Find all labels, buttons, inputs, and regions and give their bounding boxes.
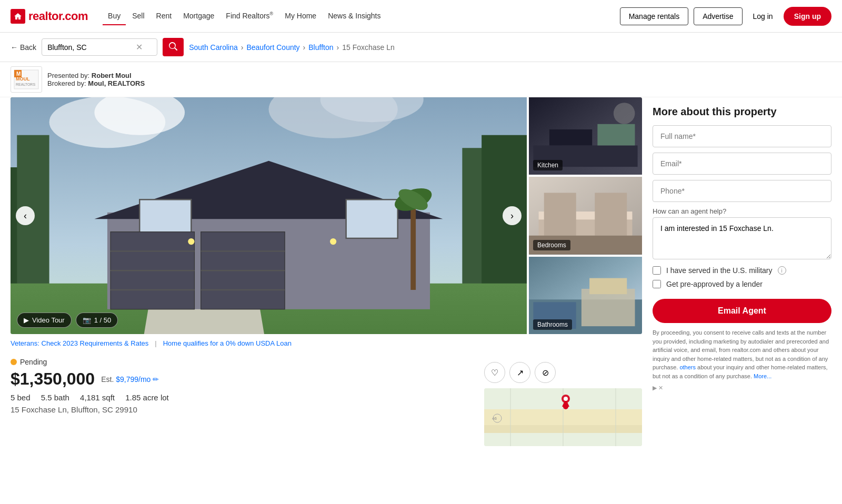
- military-checkbox[interactable]: [653, 266, 661, 275]
- property-address: 15 Foxchase Ln, Bluffton, SC 29910: [11, 405, 474, 414]
- login-button[interactable]: Log in: [748, 8, 778, 25]
- video-icon: ▶: [24, 316, 29, 324]
- others-link[interactable]: others: [679, 364, 696, 370]
- video-tour-label: Video Tour: [32, 316, 65, 324]
- svg-text:REALTORS: REALTORS: [16, 83, 35, 86]
- property-price: $1,350,000: [11, 369, 95, 389]
- breadcrumb-sep-2: ›: [303, 43, 306, 52]
- agent-brokered-by: Brokered by: Moul, REALTORS: [47, 79, 145, 87]
- phone-input[interactable]: [653, 180, 831, 202]
- agent-badge: MOUL REALTORS M Presented by: Robert Mou…: [0, 62, 842, 97]
- svg-rect-43: [595, 193, 627, 236]
- nav-buy[interactable]: Buy: [103, 7, 126, 25]
- gallery-kitchen-photo[interactable]: Kitchen: [529, 97, 642, 175]
- email-agent-button[interactable]: Email Agent: [653, 299, 831, 323]
- logo[interactable]: realtor.com: [11, 9, 88, 24]
- military-checkbox-group: I have served in the U.S. military i: [653, 266, 831, 275]
- email-input[interactable]: [653, 153, 831, 175]
- svg-point-56: [564, 397, 568, 401]
- gallery-prev-button[interactable]: ‹: [16, 206, 35, 225]
- breadcrumb-state[interactable]: South Carolina: [189, 43, 238, 52]
- property-map[interactable]: 46: [484, 388, 642, 446]
- breadcrumb-sep-3: ›: [337, 43, 339, 52]
- more-link[interactable]: More...: [754, 373, 771, 379]
- logo-wordmark: realtor.com: [28, 9, 88, 23]
- full-name-input[interactable]: [653, 125, 831, 147]
- veterans-link[interactable]: Veterans: Check 2023 Requirements & Rate…: [11, 339, 148, 347]
- gallery-next-button[interactable]: ›: [503, 206, 522, 225]
- message-textarea[interactable]: I am interested in 15 Foxchase Ln.: [653, 217, 831, 259]
- edit-icon[interactable]: ✏: [153, 375, 159, 384]
- links-bar: Veterans: Check 2023 Requirements & Rate…: [11, 334, 642, 352]
- nav-mortgage[interactable]: Mortgage: [178, 7, 219, 25]
- sqft-count: 4,181 sqft: [80, 393, 115, 402]
- search-input[interactable]: [47, 43, 132, 52]
- message-group: How can an agent help? I am interested i…: [653, 207, 831, 261]
- photo-count-label: 1 / 50: [94, 316, 112, 324]
- video-tour-button[interactable]: ▶ Video Tour: [17, 313, 72, 328]
- signup-button[interactable]: Sign up: [784, 7, 831, 26]
- presented-by-label: Presented by:: [47, 72, 89, 79]
- logo-house-icon: [11, 9, 25, 24]
- advertise-button[interactable]: Advertise: [694, 7, 742, 25]
- form-title: More about this property: [653, 106, 831, 118]
- favorite-button[interactable]: ♡: [484, 362, 505, 383]
- baths-count: 5.5 bath: [41, 393, 69, 402]
- price-row: $1,350,000 Est. $9,799/mo ✏: [11, 369, 474, 389]
- military-label: I have served in the U.S. military: [666, 266, 773, 275]
- full-name-group: [653, 125, 831, 147]
- status-badge: Pending: [11, 358, 47, 366]
- svg-rect-19: [346, 199, 398, 238]
- photo-count-button[interactable]: 📷 1 / 50: [76, 313, 118, 328]
- right-column: More about this property How can an agen…: [653, 97, 831, 451]
- search-bar: ← Back ✕ South Carolina › Beaufort Count…: [0, 33, 842, 62]
- nav-left-icon: ‹: [24, 210, 27, 221]
- back-button[interactable]: ← Back: [11, 43, 36, 52]
- usda-link[interactable]: Home qualifies for a 0% down USDA Loan: [163, 339, 292, 347]
- svg-rect-36: [549, 129, 592, 145]
- brokerage-name: Moul, REALTORS: [88, 79, 145, 87]
- message-label: How can an agent help?: [653, 207, 831, 215]
- svg-text:46: 46: [492, 416, 497, 421]
- svg-text:M: M: [16, 71, 21, 77]
- gallery-bathroom-photo[interactable]: Bathrooms: [529, 257, 642, 334]
- gallery-bedroom-photo[interactable]: Bedrooms: [529, 177, 642, 254]
- breadcrumb-city[interactable]: Bluffton: [308, 43, 333, 52]
- agent-logo: MOUL REALTORS M: [11, 66, 42, 93]
- nav-news-insights[interactable]: News & Insights: [323, 7, 386, 25]
- status-dot-icon: [11, 359, 17, 365]
- monthly-payment-link[interactable]: $9,799/mo: [116, 375, 151, 384]
- search-button[interactable]: [163, 38, 184, 56]
- manage-rentals-button[interactable]: Manage rentals: [620, 7, 689, 25]
- nav-right-icon: ›: [510, 210, 514, 221]
- main-nav: Buy Sell Rent Mortgage Find Realtors® My…: [103, 7, 386, 25]
- property-actions: ♡ ↗ ⊘: [484, 362, 642, 383]
- gallery-main-photo[interactable]: ‹ › ▶ Video Tour 📷 1 / 50: [11, 97, 527, 334]
- clear-icon[interactable]: ✕: [136, 42, 143, 52]
- breadcrumb-county[interactable]: Beaufort County: [246, 43, 299, 52]
- heart-icon: ♡: [491, 368, 498, 378]
- property-main-info: Pending $1,350,000 Est. $9,799/mo ✏ 5 be…: [11, 358, 474, 414]
- header: realtor.com Buy Sell Rent Mortgage Find …: [0, 0, 842, 33]
- nav-find-realtors[interactable]: Find Realtors®: [220, 7, 278, 25]
- agent-presented-by: Presented by: Robert Moul: [47, 72, 145, 79]
- gallery-side-photos: Kitchen: [529, 97, 642, 334]
- nav-rent[interactable]: Rent: [151, 7, 177, 25]
- camera-icon: 📷: [83, 316, 91, 324]
- preapproved-checkbox[interactable]: [653, 280, 661, 288]
- est-payment: Est. $9,799/mo ✏: [101, 375, 159, 384]
- nav-my-home[interactable]: My Home: [279, 7, 322, 25]
- nav-sell[interactable]: Sell: [127, 7, 149, 25]
- photo-gallery: ‹ › ▶ Video Tour 📷 1 / 50: [11, 97, 642, 334]
- military-info-icon[interactable]: i: [778, 266, 786, 275]
- map-background: 46: [484, 388, 642, 446]
- back-label: Back: [20, 43, 36, 52]
- beds-count: 5 bed: [11, 393, 31, 402]
- share-button[interactable]: ↗: [509, 362, 530, 383]
- phone-group: [653, 180, 831, 202]
- main-content: ‹ › ▶ Video Tour 📷 1 / 50: [0, 97, 842, 451]
- left-column: ‹ › ▶ Video Tour 📷 1 / 50: [11, 97, 642, 451]
- hide-button[interactable]: ⊘: [535, 362, 556, 383]
- agent-info: Presented by: Robert Moul Brokered by: M…: [47, 72, 145, 87]
- ad-banner: ▶ ✕: [653, 385, 831, 391]
